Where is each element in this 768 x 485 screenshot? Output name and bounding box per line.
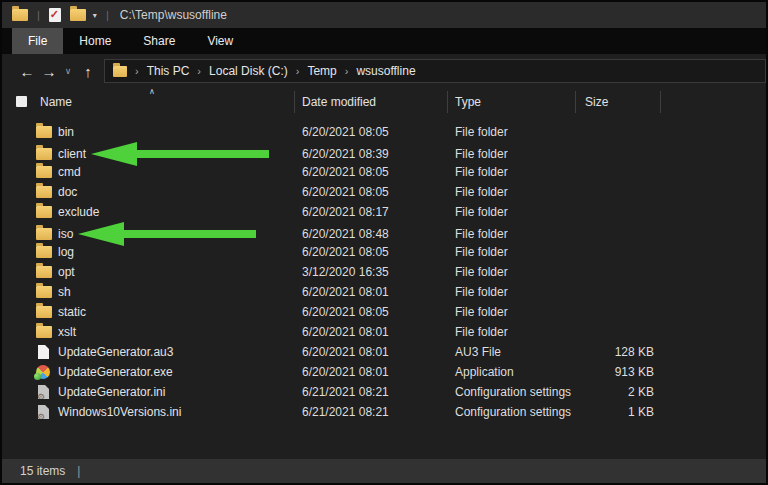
item-count: 15 items <box>20 464 65 478</box>
file-type: Application <box>455 365 579 379</box>
quick-access-newfolder-icon[interactable] <box>70 9 86 21</box>
file-date-modified: 6/20/2021 08:05 <box>302 185 455 199</box>
tab-file[interactable]: File <box>12 28 63 54</box>
column-header-size[interactable]: Size <box>585 95 608 109</box>
file-row[interactable]: sh 6/20/2021 08:01 File folder <box>2 282 766 302</box>
file-icon <box>38 385 49 399</box>
file-date-modified: 6/20/2021 08:05 <box>302 245 455 259</box>
file-date-modified: 6/21/2021 08:21 <box>302 385 455 399</box>
file-name: client <box>58 147 86 161</box>
file-row[interactable]: xslt 6/20/2021 08:01 File folder <box>2 322 766 342</box>
titlebar[interactable]: | ▾ | C:\Temp\wsusoffline <box>2 2 766 28</box>
column-divider[interactable] <box>447 91 448 113</box>
tab-share[interactable]: Share <box>127 28 191 54</box>
ribbon-tab-bar: File Home Share View <box>2 28 766 54</box>
file-type: File folder <box>455 305 579 319</box>
file-type: File folder <box>455 205 579 219</box>
tab-home[interactable]: Home <box>63 28 127 54</box>
column-header-name[interactable]: Name <box>40 95 72 109</box>
file-row[interactable]: iso 6/20/2021 08:48 File folder <box>2 222 766 242</box>
file-name: log <box>58 245 74 259</box>
file-icon <box>36 206 52 218</box>
file-icon <box>36 166 52 178</box>
column-header-type[interactable]: Type <box>455 95 481 109</box>
file-row[interactable]: bin 6/20/2021 08:05 File folder <box>2 122 766 142</box>
file-row[interactable]: static 6/20/2021 08:05 File folder <box>2 302 766 322</box>
file-explorer-window: | ▾ | C:\Temp\wsusoffline File Home Shar… <box>0 0 768 485</box>
breadcrumb-temp[interactable]: Temp <box>307 64 336 78</box>
green-arrow <box>78 222 256 246</box>
file-type: File folder <box>455 227 579 241</box>
file-row[interactable]: UpdateGenerator.ini 6/21/2021 08:21 Conf… <box>2 382 766 402</box>
file-date-modified: 6/20/2021 08:01 <box>302 325 455 339</box>
file-size: 913 KB <box>579 365 654 379</box>
file-type: File folder <box>455 165 579 179</box>
file-row[interactable]: doc 6/20/2021 08:05 File folder <box>2 182 766 202</box>
file-name: iso <box>58 227 73 241</box>
breadcrumb-separator-icon: › <box>296 65 300 77</box>
file-date-modified: 6/20/2021 08:17 <box>302 205 455 219</box>
file-icon <box>36 286 52 298</box>
up-button-icon[interactable]: ↑ <box>76 64 100 79</box>
file-icon <box>36 228 52 240</box>
file-type: File folder <box>455 245 579 259</box>
file-row[interactable]: client 6/20/2021 08:39 File folder <box>2 142 766 162</box>
file-list: bin 6/20/2021 08:05 File folder client 6… <box>2 118 766 422</box>
file-row[interactable]: exclude 6/20/2021 08:17 File folder <box>2 202 766 222</box>
file-type: File folder <box>455 185 579 199</box>
file-icon <box>36 326 52 338</box>
breadcrumb-this-pc[interactable]: This PC <box>147 64 190 78</box>
file-size: 2 KB <box>579 385 654 399</box>
file-name: Windows10Versions.ini <box>58 405 181 419</box>
file-date-modified: 6/20/2021 08:01 <box>302 285 455 299</box>
file-type: AU3 File <box>455 345 579 359</box>
breadcrumb-local-disk[interactable]: Local Disk (C:) <box>209 64 288 78</box>
address-bar[interactable]: › This PC › Local Disk (C:) › Temp › wsu… <box>104 59 766 83</box>
column-header-date-modified[interactable]: Date modified <box>302 95 376 109</box>
file-date-modified: 6/20/2021 08:39 <box>302 147 455 161</box>
file-row[interactable]: opt 3/12/2020 16:35 File folder <box>2 262 766 282</box>
file-type: File folder <box>455 325 579 339</box>
file-type: Configuration settings <box>455 385 579 399</box>
file-name: exclude <box>58 205 99 219</box>
column-divider[interactable] <box>660 91 661 113</box>
column-divider[interactable] <box>294 91 295 113</box>
breadcrumb-separator-icon: › <box>345 65 349 77</box>
file-type: File folder <box>455 265 579 279</box>
column-divider[interactable] <box>575 91 576 113</box>
file-row[interactable]: UpdateGenerator.exe 6/20/2021 08:01 Appl… <box>2 362 766 382</box>
file-name: static <box>58 305 86 319</box>
status-divider: | <box>77 464 80 478</box>
file-type: File folder <box>455 285 579 299</box>
file-name: sh <box>58 285 71 299</box>
file-date-modified: 6/20/2021 08:48 <box>302 227 455 241</box>
titlebar-separator: | <box>106 10 109 21</box>
breadcrumb-wsusoffline[interactable]: wsusoffline <box>356 64 415 78</box>
recent-locations-chevron-icon[interactable]: ∨ <box>60 67 76 76</box>
file-date-modified: 6/20/2021 08:05 <box>302 165 455 179</box>
navigation-bar: ← → ∨ ↑ › This PC › Local Disk (C:) › Te… <box>2 54 766 88</box>
file-date-modified: 3/12/2020 16:35 <box>302 265 455 279</box>
file-icon <box>38 405 49 419</box>
breadcrumb-separator-icon: › <box>197 65 201 77</box>
file-icon <box>36 365 50 379</box>
select-all-checkbox[interactable] <box>16 96 27 107</box>
address-folder-icon <box>113 66 127 77</box>
file-icon <box>38 345 49 359</box>
window-title-path: C:\Temp\wsusoffline <box>120 8 227 22</box>
file-name: bin <box>58 125 74 139</box>
back-button-icon[interactable]: ← <box>16 64 38 79</box>
quick-access-properties-icon[interactable] <box>49 8 61 22</box>
file-type: Configuration settings <box>455 405 579 419</box>
file-row[interactable]: Windows10Versions.ini 6/21/2021 08:21 Co… <box>2 402 766 422</box>
file-date-modified: 6/20/2021 08:05 <box>302 305 455 319</box>
file-date-modified: 6/20/2021 08:05 <box>302 125 455 139</box>
quick-access-dropdown-icon[interactable]: ▾ <box>93 11 97 20</box>
forward-button-icon[interactable]: → <box>38 64 60 79</box>
app-folder-icon <box>12 9 28 21</box>
file-size: 128 KB <box>579 345 654 359</box>
tab-view[interactable]: View <box>191 28 249 54</box>
breadcrumb-separator-icon: › <box>135 65 139 77</box>
file-row[interactable]: UpdateGenerator.au3 6/20/2021 08:01 AU3 … <box>2 342 766 362</box>
file-icon <box>36 126 52 138</box>
